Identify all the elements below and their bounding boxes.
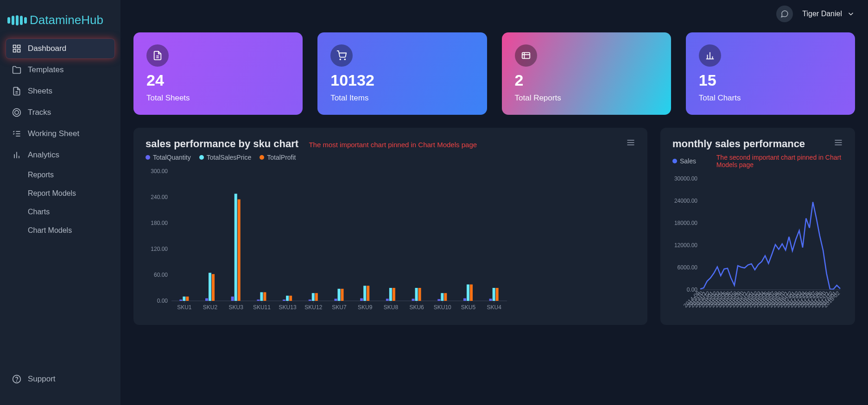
svg-rect-62 xyxy=(309,299,311,301)
svg-rect-98 xyxy=(493,288,495,301)
chart-menu-button[interactable] xyxy=(626,138,635,147)
svg-text:240.00: 240.00 xyxy=(151,194,168,200)
svg-rect-94 xyxy=(470,285,473,301)
sidebar-item-tracks[interactable]: Tracks xyxy=(6,102,115,123)
topbar: Tiger Daniel xyxy=(120,0,868,28)
svg-rect-1 xyxy=(18,45,20,48)
sidebar-item-label: Chart Models xyxy=(28,226,72,235)
svg-text:SKU3: SKU3 xyxy=(229,304,244,311)
stat-cards: 24Total Sheets10132Total Items2Total Rep… xyxy=(133,32,855,115)
sidebar-item-sheets[interactable]: Sheets xyxy=(6,81,115,101)
list-icon xyxy=(515,44,537,67)
sidebar-item-dashboard[interactable]: Dashboard xyxy=(6,38,115,59)
list-check-icon xyxy=(12,129,21,138)
sidebar-item-working-sheet[interactable]: Working Sheet xyxy=(6,124,115,144)
svg-text:SKU10: SKU10 xyxy=(434,304,451,311)
svg-rect-97 xyxy=(489,299,492,301)
svg-rect-92 xyxy=(463,298,466,301)
sidebar-item-label: Reports xyxy=(28,171,54,179)
svg-text:SKU12: SKU12 xyxy=(304,304,322,311)
sidebar-item-charts[interactable]: Charts xyxy=(21,203,115,221)
chart-menu-button[interactable] xyxy=(834,138,843,147)
legend-label: TotalSalesPrice xyxy=(207,154,252,161)
svg-rect-42 xyxy=(205,298,208,301)
svg-rect-59 xyxy=(289,296,292,301)
svg-rect-48 xyxy=(234,194,237,301)
svg-text:SKU2: SKU2 xyxy=(203,304,218,311)
svg-point-15 xyxy=(17,381,17,381)
svg-rect-0 xyxy=(13,45,16,48)
stat-card-total-items[interactable]: 10132Total Items xyxy=(317,32,487,115)
card-label: Total Reports xyxy=(515,93,658,103)
svg-text:SKU5: SKU5 xyxy=(461,304,476,311)
brand-name: DatamineHub xyxy=(30,13,103,27)
chart-annotation: The most important chart pinned in Chart… xyxy=(309,141,477,149)
svg-rect-54 xyxy=(263,292,266,301)
svg-point-18 xyxy=(340,59,341,60)
svg-text:SKU1: SKU1 xyxy=(177,304,192,311)
svg-rect-58 xyxy=(286,296,289,301)
card-value: 2 xyxy=(515,72,658,88)
sidebar-item-reports[interactable]: Reports xyxy=(21,166,115,184)
cart-icon xyxy=(330,44,353,67)
stat-card-total-sheets[interactable]: 24Total Sheets xyxy=(133,32,303,115)
sidebar-item-templates[interactable]: Templates xyxy=(6,60,115,80)
svg-rect-84 xyxy=(418,288,421,301)
chart-panel-sku: sales performance by sku chart The most … xyxy=(133,128,647,325)
svg-rect-38 xyxy=(183,297,185,301)
card-label: Total Items xyxy=(330,93,474,103)
target-icon xyxy=(12,108,21,117)
svg-rect-93 xyxy=(467,285,469,301)
user-menu[interactable]: Tiger Daniel xyxy=(802,10,855,18)
stat-card-total-charts[interactable]: 15Total Charts xyxy=(686,32,855,115)
chat-button[interactable] xyxy=(776,6,793,22)
logo-icon xyxy=(7,15,27,25)
sidebar-item-label: Dashboard xyxy=(28,44,66,53)
svg-text:6000.00: 6000.00 xyxy=(678,264,698,271)
svg-rect-2 xyxy=(18,50,20,52)
svg-text:30000.00: 30000.00 xyxy=(674,175,697,182)
folder-icon xyxy=(12,65,21,75)
chart-annotation: The second important chart pinned in Cha… xyxy=(716,154,843,168)
svg-text:12000.00: 12000.00 xyxy=(674,242,697,249)
svg-rect-53 xyxy=(260,292,263,301)
sidebar-item-report-models[interactable]: Report Models xyxy=(21,185,115,202)
svg-rect-49 xyxy=(238,199,241,301)
sidebar: DatamineHub DashboardTemplatesSheetsTrac… xyxy=(0,0,120,405)
legend-label: Sales xyxy=(680,157,696,165)
svg-rect-72 xyxy=(360,298,363,301)
stat-card-total-reports[interactable]: 2Total Reports xyxy=(502,32,671,115)
brand-logo: DatamineHub xyxy=(0,7,120,38)
chart-icon xyxy=(699,44,721,67)
svg-text:SKU4: SKU4 xyxy=(487,304,501,311)
sidebar-item-label: Report Models xyxy=(28,189,76,198)
svg-rect-44 xyxy=(212,274,215,301)
sidebar-item-label: Templates xyxy=(28,65,63,75)
svg-rect-47 xyxy=(231,297,234,301)
svg-rect-74 xyxy=(367,286,369,301)
sidebar-item-analytics[interactable]: Analytics xyxy=(6,145,115,165)
svg-rect-83 xyxy=(415,288,418,301)
svg-rect-37 xyxy=(179,299,182,301)
svg-rect-78 xyxy=(389,288,392,301)
card-value: 10132 xyxy=(330,72,474,88)
svg-rect-67 xyxy=(335,299,337,301)
svg-rect-73 xyxy=(363,286,366,301)
svg-point-19 xyxy=(345,59,346,60)
chevron-down-icon xyxy=(847,10,855,18)
svg-rect-82 xyxy=(412,299,415,301)
svg-rect-57 xyxy=(283,299,285,301)
chart-legend: Sales The second important chart pinned … xyxy=(672,154,843,168)
svg-rect-52 xyxy=(257,299,260,301)
svg-rect-69 xyxy=(341,289,344,301)
svg-text:SKU7: SKU7 xyxy=(332,304,347,311)
sidebar-item-chart-models[interactable]: Chart Models xyxy=(21,222,115,239)
main-nav: DashboardTemplatesSheetsTracksWorking Sh… xyxy=(0,38,120,369)
file-icon xyxy=(12,87,21,96)
sidebar-item-support[interactable]: Support xyxy=(6,369,115,389)
card-value: 15 xyxy=(699,72,842,88)
sidebar-item-label: Analytics xyxy=(28,150,59,160)
svg-rect-63 xyxy=(312,293,315,301)
chart-title: sales performance by sku chart xyxy=(146,138,298,150)
legend-label: TotalProfit xyxy=(267,154,296,161)
